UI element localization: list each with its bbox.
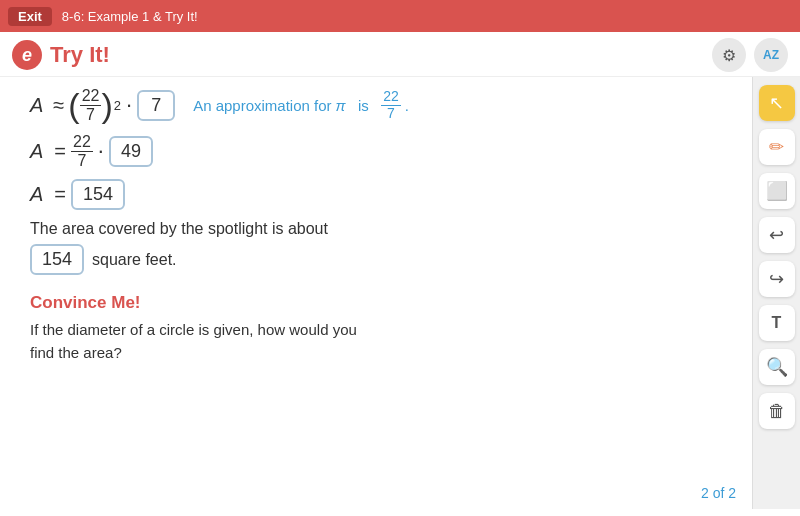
- result-box[interactable]: 154: [71, 179, 125, 210]
- dot-1: ·: [126, 92, 132, 118]
- dot-2: ·: [98, 138, 104, 164]
- az-button[interactable]: AZ: [754, 38, 788, 72]
- sentence-value-box[interactable]: 154: [30, 244, 84, 275]
- page-title: Try It!: [50, 42, 110, 68]
- hint-text: An approximation for π is 22 7 .: [193, 89, 409, 121]
- hint-frac: 22 7: [381, 89, 401, 121]
- exit-button[interactable]: Exit: [8, 7, 52, 26]
- trash-icon: 🗑: [768, 401, 786, 422]
- var-a-2: A: [30, 140, 43, 163]
- superscript-1: 2: [114, 98, 121, 113]
- eq-symbol-2: =: [54, 140, 66, 163]
- header-right: ⚙ AZ: [712, 38, 788, 72]
- breadcrumb: 8-6: Example 1 & Try It!: [62, 9, 198, 24]
- content-area: A ≈ ( 22 7 ) 2 · 7 An approximation for …: [0, 77, 752, 509]
- frac-num-1: 22: [80, 87, 102, 106]
- math-line-3: A = 154: [30, 179, 722, 210]
- sentence-line: 154 square feet.: [30, 244, 722, 275]
- var-a-3: A: [30, 183, 43, 206]
- trash-tool-button[interactable]: 🗑: [759, 393, 795, 429]
- zoom-tool-button[interactable]: 🔍: [759, 349, 795, 385]
- hint-period: .: [405, 97, 409, 114]
- pointer-tool-button[interactable]: ↖: [759, 85, 795, 121]
- main-area: A ≈ ( 22 7 ) 2 · 7 An approximation for …: [0, 77, 800, 509]
- hint-frac-num: 22: [381, 89, 401, 105]
- undo-icon: ↩: [769, 224, 784, 246]
- text-tool-button[interactable]: T: [759, 305, 795, 341]
- frac-den-1: 7: [84, 106, 97, 124]
- eraser-tool-button[interactable]: ⬜: [759, 173, 795, 209]
- header: e Try It! ⚙ AZ: [0, 32, 800, 77]
- eq-symbol-3: =: [54, 183, 66, 206]
- fraction-2: 22 7: [71, 133, 93, 169]
- frac-den-2: 7: [75, 152, 88, 170]
- eraser-icon: ⬜: [766, 180, 788, 202]
- undo-button[interactable]: ↩: [759, 217, 795, 253]
- frac-num-2: 22: [71, 133, 93, 152]
- redo-button[interactable]: ↪: [759, 261, 795, 297]
- sentence-text: The area covered by the spotlight is abo…: [30, 220, 722, 238]
- fraction-1: 22 7: [80, 87, 102, 123]
- text-icon: T: [772, 314, 782, 332]
- paren-right-1: ): [101, 88, 112, 122]
- pointer-icon: ↖: [769, 92, 784, 114]
- settings-button[interactable]: ⚙: [712, 38, 746, 72]
- zoom-icon: 🔍: [766, 356, 788, 378]
- approx-symbol: ≈: [53, 94, 64, 117]
- az-icon: AZ: [763, 48, 779, 62]
- top-bar: Exit 8-6: Example 1 & Try It!: [0, 0, 800, 32]
- e-logo: e: [12, 40, 42, 70]
- sidebar: ↖ ✏ ⬜ ↩ ↪ T 🔍 🗑: [752, 77, 800, 509]
- math-line-1: A ≈ ( 22 7 ) 2 · 7 An approximation for …: [30, 87, 722, 123]
- sentence-suffix: square feet.: [92, 251, 177, 269]
- exit-label: Exit: [18, 9, 42, 24]
- redo-icon: ↪: [769, 268, 784, 290]
- convince-me-header: Convince Me!: [30, 293, 722, 313]
- math-line-2: A = 22 7 · 49: [30, 133, 722, 169]
- header-left: e Try It!: [12, 40, 110, 70]
- pencil-tool-button[interactable]: ✏: [759, 129, 795, 165]
- paren-left-1: (: [68, 88, 79, 122]
- value-box-2[interactable]: 49: [109, 136, 153, 167]
- convince-question: If the diameter of a circle is given, ho…: [30, 319, 722, 364]
- value-box-1[interactable]: 7: [137, 90, 175, 121]
- hint-frac-den: 7: [385, 106, 397, 121]
- page-number: 2 of 2: [701, 485, 736, 501]
- settings-icon: ⚙: [722, 46, 736, 65]
- pencil-icon: ✏: [769, 136, 784, 158]
- var-a-1: A: [30, 94, 43, 117]
